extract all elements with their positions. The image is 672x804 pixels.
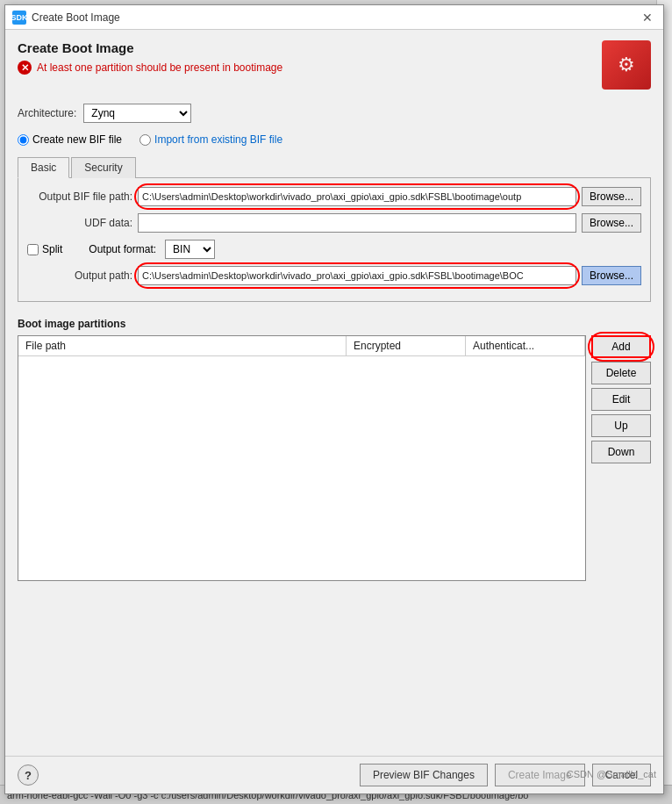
tabs: Basic Security bbox=[18, 156, 651, 178]
form-area: Output BIF file path: Browse... UDF data… bbox=[18, 178, 651, 302]
output-format-label: Output format: bbox=[89, 243, 156, 255]
dialog-wrapper: SDK Create Boot Image ✕ Create Boot Imag… bbox=[0, 0, 672, 804]
col-authenticated: Authenticat... bbox=[466, 336, 585, 355]
partitions-section: Boot image partitions File path Encrypte… bbox=[18, 318, 651, 581]
output-path-browse-button[interactable]: Browse... bbox=[582, 266, 641, 285]
import-bif-label: Import from existing BIF file bbox=[154, 133, 282, 146]
udf-input[interactable] bbox=[138, 213, 576, 233]
arch-row: Architecture: Zynq Zynq UltraScale+ Micr… bbox=[18, 104, 651, 123]
output-bif-browse-button[interactable]: Browse... bbox=[582, 187, 641, 206]
split-label: Split bbox=[42, 243, 62, 255]
error-text: At least one partition should be present… bbox=[37, 61, 282, 74]
close-button[interactable]: ✕ bbox=[639, 9, 656, 26]
watermark: CSDN @Smallld_cat bbox=[567, 769, 656, 779]
dialog-title: Create Boot Image bbox=[18, 40, 282, 55]
partition-buttons: Add Delete Edit Up Down bbox=[591, 335, 651, 581]
dialog-body: Create Boot Image ✕ At least one partiti… bbox=[5, 30, 663, 756]
dialog-header: Create Boot Image ✕ At least one partiti… bbox=[18, 40, 651, 90]
arch-select[interactable]: Zynq Zynq UltraScale+ MicroBlaze bbox=[83, 104, 191, 123]
title-bar-text: Create Boot Image bbox=[32, 11, 120, 24]
output-format-select[interactable]: BIN MCS HEX bbox=[165, 240, 215, 259]
header-icon bbox=[602, 40, 651, 90]
output-path-row: Output path: Browse... bbox=[27, 266, 641, 285]
split-format-row: Split Output format: BIN MCS HEX bbox=[27, 240, 641, 259]
import-bif-radio[interactable] bbox=[139, 134, 151, 146]
preview-bif-button[interactable]: Preview BIF Changes bbox=[360, 764, 488, 786]
up-button[interactable]: Up bbox=[591, 414, 651, 437]
tab-security[interactable]: Security bbox=[71, 157, 135, 178]
create-new-bif-label: Create new BIF file bbox=[32, 133, 122, 146]
table-body bbox=[18, 356, 585, 567]
tabs-container: Basic Security Output BIF file path: Bro… bbox=[18, 156, 651, 302]
table-header: File path Encrypted Authenticat... bbox=[18, 336, 585, 356]
output-path-input[interactable] bbox=[138, 266, 576, 285]
tab-basic[interactable]: Basic bbox=[18, 157, 69, 178]
udf-label: UDF data: bbox=[27, 217, 132, 229]
output-bif-input-wrapper bbox=[138, 187, 576, 206]
create-new-bif-option[interactable]: Create new BIF file bbox=[18, 133, 122, 146]
help-button[interactable]: ? bbox=[18, 765, 39, 786]
error-message-row: ✕ At least one partition should be prese… bbox=[18, 61, 282, 75]
partitions-layout: File path Encrypted Authenticat... Add D… bbox=[18, 335, 651, 581]
header-left: Create Boot Image ✕ At least one partiti… bbox=[18, 40, 282, 75]
udf-row: UDF data: Browse... bbox=[27, 213, 641, 233]
partitions-title: Boot image partitions bbox=[18, 318, 651, 330]
udf-input-wrapper bbox=[138, 213, 576, 233]
output-path-input-wrapper bbox=[138, 266, 576, 285]
dialog-footer: ? Preview BIF Changes Create Image Cance… bbox=[5, 756, 663, 793]
bif-source-row: Create new BIF file Import from existing… bbox=[18, 133, 651, 146]
split-checkbox-label[interactable]: Split bbox=[27, 243, 62, 255]
create-boot-image-dialog: SDK Create Boot Image ✕ Create Boot Imag… bbox=[4, 4, 664, 794]
dialog-icon: SDK bbox=[12, 11, 26, 25]
split-checkbox[interactable] bbox=[27, 244, 39, 255]
col-encrypted: Encrypted bbox=[347, 336, 466, 355]
output-bif-input[interactable] bbox=[138, 187, 576, 206]
partitions-table: File path Encrypted Authenticat... bbox=[18, 335, 586, 581]
error-icon: ✕ bbox=[18, 61, 32, 75]
import-bif-option[interactable]: Import from existing BIF file bbox=[139, 133, 282, 146]
udf-browse-button[interactable]: Browse... bbox=[582, 213, 641, 233]
output-bif-label: Output BIF file path: bbox=[27, 190, 132, 203]
arch-label: Architecture: bbox=[18, 107, 76, 119]
down-button[interactable]: Down bbox=[591, 441, 651, 463]
add-button[interactable]: Add bbox=[591, 335, 651, 358]
title-bar: SDK Create Boot Image ✕ bbox=[5, 5, 663, 30]
delete-button[interactable]: Delete bbox=[591, 362, 651, 384]
edit-button[interactable]: Edit bbox=[591, 388, 651, 411]
output-path-label: Output path: bbox=[27, 269, 132, 282]
create-new-bif-radio[interactable] bbox=[18, 134, 29, 146]
footer-left: ? bbox=[18, 765, 39, 786]
output-bif-row: Output BIF file path: Browse... bbox=[27, 187, 641, 206]
col-filepath: File path bbox=[18, 336, 347, 355]
title-bar-left: SDK Create Boot Image bbox=[12, 11, 120, 25]
